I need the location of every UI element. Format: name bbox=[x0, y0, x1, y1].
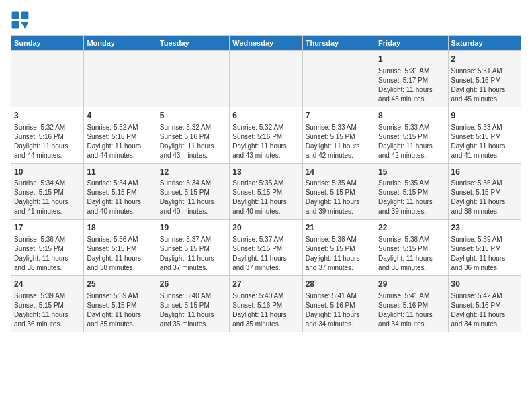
day-number: 1 bbox=[378, 54, 445, 65]
day-info: Sunset: 5:15 PM bbox=[87, 301, 153, 310]
day-number: 25 bbox=[87, 279, 153, 290]
day-info: Sunrise: 5:42 AM bbox=[451, 291, 518, 301]
day-info: and 40 minutes. bbox=[87, 207, 153, 216]
day-info: Daylight: 11 hours bbox=[451, 310, 518, 320]
calendar-cell: 7Sunrise: 5:33 AMSunset: 5:15 PMDaylight… bbox=[302, 107, 375, 163]
day-info: Daylight: 11 hours bbox=[160, 142, 226, 151]
day-info: Sunrise: 5:40 AM bbox=[160, 291, 226, 301]
day-info: Sunset: 5:16 PM bbox=[14, 132, 81, 142]
day-number: 12 bbox=[160, 167, 226, 178]
day-info: and 35 minutes. bbox=[87, 320, 153, 329]
day-info: Sunset: 5:15 PM bbox=[160, 188, 226, 197]
day-info: Sunrise: 5:35 AM bbox=[232, 179, 299, 188]
day-info: and 44 minutes. bbox=[87, 151, 153, 161]
calendar-cell: 14Sunrise: 5:35 AMSunset: 5:15 PMDayligh… bbox=[302, 163, 375, 220]
day-number: 28 bbox=[306, 279, 372, 290]
logo-icon bbox=[11, 11, 30, 30]
calendar-cell: 22Sunrise: 5:38 AMSunset: 5:15 PMDayligh… bbox=[375, 220, 448, 276]
day-info: Sunrise: 5:40 AM bbox=[232, 291, 299, 301]
day-number: 11 bbox=[87, 167, 153, 178]
calendar-cell: 9Sunrise: 5:33 AMSunset: 5:15 PMDaylight… bbox=[448, 107, 521, 163]
calendar-cell: 29Sunrise: 5:41 AMSunset: 5:16 PMDayligh… bbox=[375, 276, 448, 332]
day-info: Daylight: 11 hours bbox=[232, 197, 299, 207]
day-info: Sunrise: 5:32 AM bbox=[87, 123, 153, 132]
day-info: and 34 minutes. bbox=[451, 320, 518, 329]
day-info: and 40 minutes. bbox=[160, 207, 226, 216]
calendar-week-1: 1Sunrise: 5:31 AMSunset: 5:17 PMDaylight… bbox=[11, 51, 521, 107]
day-info: Daylight: 11 hours bbox=[160, 254, 226, 263]
day-info: and 34 minutes. bbox=[306, 320, 372, 329]
day-info: and 43 minutes. bbox=[160, 151, 226, 161]
calendar-cell: 24Sunrise: 5:39 AMSunset: 5:15 PMDayligh… bbox=[11, 276, 84, 332]
day-info: Sunset: 5:16 PM bbox=[160, 132, 226, 142]
day-number: 30 bbox=[451, 279, 518, 290]
day-header-sunday: Sunday bbox=[11, 36, 84, 51]
day-info: and 38 minutes. bbox=[14, 263, 81, 273]
day-info: Sunrise: 5:38 AM bbox=[306, 235, 372, 244]
day-info: Daylight: 11 hours bbox=[306, 310, 372, 320]
day-info: and 36 minutes. bbox=[378, 263, 445, 273]
day-number: 13 bbox=[232, 167, 299, 178]
day-info: Sunrise: 5:35 AM bbox=[306, 179, 372, 188]
calendar-table: SundayMondayTuesdayWednesdayThursdayFrid… bbox=[11, 35, 521, 332]
day-info: and 42 minutes. bbox=[378, 151, 445, 161]
day-number: 27 bbox=[232, 279, 299, 290]
day-info: Sunrise: 5:37 AM bbox=[160, 235, 226, 244]
day-number: 5 bbox=[160, 110, 226, 122]
day-info: and 36 minutes. bbox=[14, 320, 81, 329]
day-info: and 36 minutes. bbox=[451, 263, 518, 273]
calendar-cell: 28Sunrise: 5:41 AMSunset: 5:16 PMDayligh… bbox=[302, 276, 375, 332]
day-header-saturday: Saturday bbox=[448, 36, 521, 51]
day-info: Daylight: 11 hours bbox=[87, 197, 153, 207]
day-info: and 34 minutes. bbox=[378, 320, 445, 329]
day-header-friday: Friday bbox=[375, 36, 448, 51]
calendar-cell: 15Sunrise: 5:35 AMSunset: 5:15 PMDayligh… bbox=[375, 163, 448, 220]
day-info: Sunset: 5:15 PM bbox=[14, 244, 81, 254]
page-header bbox=[11, 11, 521, 30]
day-info: Sunset: 5:15 PM bbox=[306, 188, 372, 197]
day-info: Sunrise: 5:34 AM bbox=[14, 179, 81, 188]
day-number: 2 bbox=[451, 54, 518, 65]
day-info: Sunset: 5:17 PM bbox=[378, 76, 445, 85]
day-number: 3 bbox=[14, 110, 81, 122]
day-info: Sunrise: 5:36 AM bbox=[87, 235, 153, 244]
day-info: Daylight: 11 hours bbox=[306, 197, 372, 207]
day-info: Sunset: 5:15 PM bbox=[87, 188, 153, 197]
day-info: Sunset: 5:16 PM bbox=[378, 301, 445, 310]
calendar-cell bbox=[230, 51, 302, 107]
day-info: Daylight: 11 hours bbox=[14, 310, 81, 320]
day-info: Sunrise: 5:39 AM bbox=[14, 291, 81, 301]
calendar-cell: 18Sunrise: 5:36 AMSunset: 5:15 PMDayligh… bbox=[84, 220, 157, 276]
day-info: Sunrise: 5:32 AM bbox=[14, 123, 81, 132]
day-info: Sunset: 5:16 PM bbox=[451, 76, 518, 85]
day-info: Sunset: 5:15 PM bbox=[232, 188, 299, 197]
calendar-week-5: 24Sunrise: 5:39 AMSunset: 5:15 PMDayligh… bbox=[11, 276, 521, 332]
svg-rect-3 bbox=[12, 21, 19, 29]
day-info: and 45 minutes. bbox=[451, 95, 518, 104]
day-info: Sunrise: 5:39 AM bbox=[451, 235, 518, 244]
day-info: Daylight: 11 hours bbox=[451, 254, 518, 263]
day-number: 22 bbox=[378, 222, 445, 234]
day-info: Daylight: 11 hours bbox=[232, 142, 299, 151]
day-number: 16 bbox=[451, 167, 518, 178]
day-info: Sunset: 5:16 PM bbox=[306, 301, 372, 310]
calendar-cell: 11Sunrise: 5:34 AMSunset: 5:15 PMDayligh… bbox=[84, 163, 157, 220]
day-number: 24 bbox=[14, 279, 81, 290]
day-info: and 40 minutes. bbox=[232, 207, 299, 216]
calendar-week-2: 3Sunrise: 5:32 AMSunset: 5:16 PMDaylight… bbox=[11, 107, 521, 163]
logo bbox=[11, 11, 32, 30]
day-info: Sunrise: 5:41 AM bbox=[378, 291, 445, 301]
day-info: Daylight: 11 hours bbox=[14, 254, 81, 263]
day-info: Sunset: 5:15 PM bbox=[378, 244, 445, 254]
calendar-cell: 2Sunrise: 5:31 AMSunset: 5:16 PMDaylight… bbox=[448, 51, 521, 107]
day-info: Sunset: 5:15 PM bbox=[451, 132, 518, 142]
day-info: and 41 minutes. bbox=[451, 151, 518, 161]
calendar-cell bbox=[157, 51, 229, 107]
day-info: Sunset: 5:15 PM bbox=[14, 301, 81, 310]
day-number: 17 bbox=[14, 222, 81, 234]
day-info: Sunset: 5:15 PM bbox=[451, 244, 518, 254]
calendar-cell: 27Sunrise: 5:40 AMSunset: 5:16 PMDayligh… bbox=[230, 276, 302, 332]
day-number: 18 bbox=[87, 222, 153, 234]
calendar-cell: 4Sunrise: 5:32 AMSunset: 5:16 PMDaylight… bbox=[84, 107, 157, 163]
day-info: Sunrise: 5:32 AM bbox=[160, 123, 226, 132]
